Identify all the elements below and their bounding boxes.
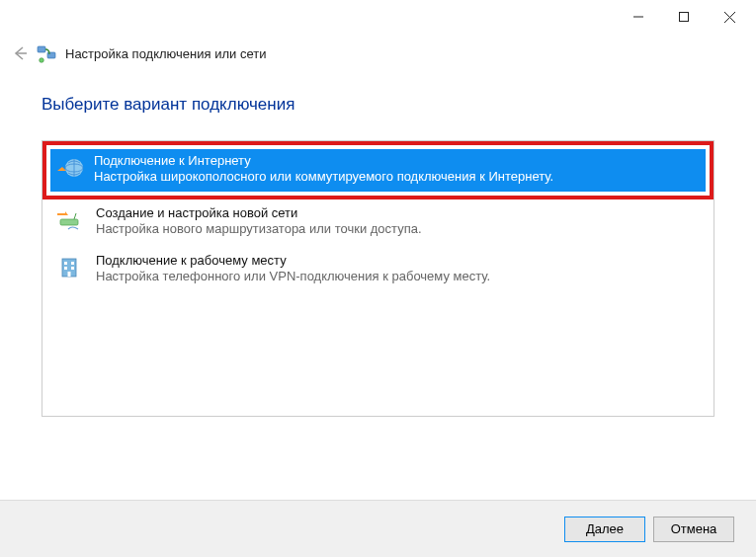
next-button[interactable]: Далее: [564, 517, 645, 542]
maximize-button[interactable]: [661, 6, 707, 28]
window-title: Настройка подключения или сети: [65, 46, 266, 61]
router-icon: [54, 205, 84, 235]
globe-icon: [56, 153, 86, 183]
svg-rect-1: [680, 13, 689, 22]
minimize-button[interactable]: [616, 6, 661, 28]
option-title: Подключение к Интернету: [94, 153, 553, 169]
svg-rect-17: [71, 267, 74, 270]
svg-rect-14: [64, 262, 67, 265]
option-desc: Настройка нового маршрутизатора или точк…: [96, 221, 422, 237]
titlebar: [0, 0, 756, 32]
option-title: Подключение к рабочему месту: [96, 253, 490, 269]
svg-rect-11: [60, 219, 78, 225]
svg-rect-5: [38, 46, 45, 52]
highlight-annotation: Подключение к Интернету Настройка широко…: [42, 141, 714, 199]
page-heading: Выберите вариант подключения: [42, 95, 714, 115]
option-connect-workplace[interactable]: Подключение к рабочему месту Настройка т…: [42, 247, 714, 295]
option-title: Создание и настройка новой сети: [96, 205, 422, 221]
back-button[interactable]: [8, 41, 32, 65]
header: Настройка подключения или сети: [0, 32, 756, 77]
network-wizard-icon: [36, 42, 57, 64]
svg-rect-6: [47, 52, 55, 58]
connection-options-list: Подключение к Интернету Настройка широко…: [42, 140, 714, 417]
close-button[interactable]: [707, 6, 752, 28]
building-icon: [54, 253, 84, 282]
svg-point-7: [40, 58, 44, 63]
svg-line-12: [74, 213, 76, 219]
content: Выберите вариант подключения Подключение…: [0, 77, 756, 417]
svg-rect-15: [71, 262, 74, 265]
svg-rect-16: [64, 267, 67, 270]
option-desc: Настройка телефонного или VPN-подключени…: [96, 269, 490, 284]
option-setup-new-network[interactable]: Создание и настройка новой сети Настройк…: [42, 199, 714, 248]
option-desc: Настройка широкополосного или коммутируе…: [94, 169, 553, 185]
footer: Далее Отмена: [0, 500, 756, 557]
option-connect-internet[interactable]: Подключение к Интернету Настройка широко…: [50, 149, 706, 192]
cancel-button[interactable]: Отмена: [653, 517, 734, 542]
svg-rect-18: [68, 272, 71, 277]
